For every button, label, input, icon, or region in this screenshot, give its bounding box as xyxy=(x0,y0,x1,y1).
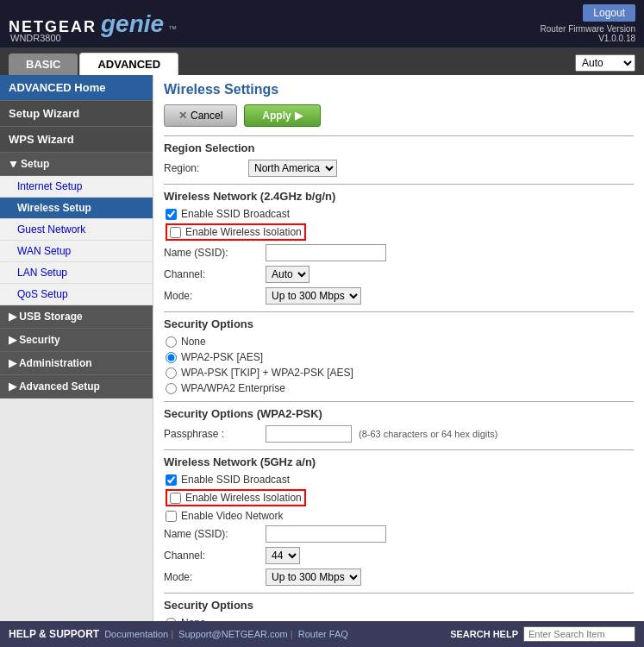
region-section-label: Region Selection xyxy=(164,141,634,154)
radio-none-24[interactable] xyxy=(166,336,177,348)
name-ssid-5g-row: Name (SSID): xyxy=(164,525,634,543)
radio-enterprise-24-row: WPA/WPA2 Enterprise xyxy=(164,382,634,394)
radio-wpa2-24-label: WPA2-PSK [AES] xyxy=(181,351,263,363)
sidebar-item-internet-setup[interactable]: Internet Setup xyxy=(0,176,153,198)
name-ssid-24-row: Name (SSID): xyxy=(164,244,634,261)
enable-wireless-isolation-5g-row: Enable Wireless Isolation xyxy=(164,489,634,506)
enable-ssid-broadcast-24-checkbox[interactable] xyxy=(166,209,177,220)
security-wpa2-section-label: Security Options (WPA2-PSK) xyxy=(164,407,634,420)
passphrase-hint: (8-63 characters or 64 hex digits) xyxy=(359,429,497,439)
help-support-label: HELP & SUPPORT xyxy=(9,628,99,640)
mode-5g-row: Mode: Up to 300 Mbps xyxy=(164,568,634,586)
passphrase-label: Passphrase : xyxy=(164,428,259,440)
search-input[interactable] xyxy=(523,626,635,642)
genie-logo: genie xyxy=(101,10,164,38)
bottom-bar: HELP & SUPPORT Documentation Support@NET… xyxy=(0,621,644,647)
mode-24-row: Mode: Up to 300 Mbps xyxy=(164,287,634,305)
channel-24-row: Channel: Auto xyxy=(164,266,634,283)
apply-button[interactable]: Apply ▶ xyxy=(244,104,320,127)
cancel-x-icon: ✕ xyxy=(178,110,187,122)
sidebar-security[interactable]: ▶ Security xyxy=(0,329,153,352)
sidebar-item-wan-setup[interactable]: WAN Setup xyxy=(0,241,153,262)
enable-ssid-broadcast-24-label: Enable SSID Broadcast xyxy=(181,208,290,220)
router-faq-link[interactable]: Router FAQ xyxy=(298,629,348,639)
security-options-5g-section-label: Security Options xyxy=(164,599,634,612)
sidebar-usb-storage[interactable]: ▶ USB Storage xyxy=(0,305,153,329)
documentation-link[interactable]: Documentation xyxy=(104,629,173,639)
support-link[interactable]: Support@NETGEAR.com xyxy=(178,629,293,639)
sidebar: ADVANCED Home Setup Wizard WPS Wizard ▼ … xyxy=(0,75,153,621)
region-select[interactable]: North America xyxy=(248,160,337,177)
nav-tabs: BASIC ADVANCED Auto xyxy=(0,47,644,75)
mode-24-label: Mode: xyxy=(164,290,259,302)
apply-arrow-icon: ▶ xyxy=(295,110,303,122)
name-ssid-24-input[interactable] xyxy=(266,244,386,261)
enable-video-network-checkbox[interactable] xyxy=(166,511,177,522)
sidebar-advanced-setup[interactable]: ▶ Advanced Setup xyxy=(0,375,153,399)
auto-dropdown[interactable]: Auto xyxy=(575,54,635,72)
enable-wireless-isolation-24-label: Enable Wireless Isolation xyxy=(185,226,302,238)
sidebar-item-setup-wizard[interactable]: Setup Wizard xyxy=(0,101,153,127)
wireless-5g-section-label: Wireless Network (5GHz a/n) xyxy=(164,455,634,468)
security-options-section-label: Security Options xyxy=(164,317,634,330)
content-area: Wireless Settings ✕ Cancel Apply ▶ Regio… xyxy=(153,75,644,621)
radio-wpa2-24[interactable] xyxy=(166,352,177,363)
channel-5g-label: Channel: xyxy=(164,550,259,562)
radio-wpa-wpa2-24[interactable] xyxy=(166,367,177,379)
channel-5g-row: Channel: 44 xyxy=(164,547,634,564)
enable-ssid-broadcast-24-row: Enable SSID Broadcast xyxy=(164,208,634,220)
region-label: Region: xyxy=(164,162,241,174)
enable-ssid-broadcast-5g-row: Enable SSID Broadcast xyxy=(164,474,634,486)
channel-24-label: Channel: xyxy=(164,268,259,280)
sidebar-item-lan-setup[interactable]: LAN Setup xyxy=(0,262,153,284)
radio-none-5g-row: None xyxy=(164,617,634,621)
passphrase-input[interactable] xyxy=(266,425,352,443)
mode-24-select[interactable]: Up to 300 Mbps xyxy=(266,287,361,305)
model-number: WNDR3800 xyxy=(10,33,61,43)
mode-5g-label: Mode: xyxy=(164,571,259,583)
wireless-24-section-label: Wireless Network (2.4GHz b/g/n) xyxy=(164,190,634,203)
radio-none-5g[interactable] xyxy=(166,618,177,622)
channel-5g-select[interactable]: 44 xyxy=(266,547,300,564)
name-ssid-5g-label: Name (SSID): xyxy=(164,528,259,540)
enable-ssid-broadcast-5g-checkbox[interactable] xyxy=(166,474,177,486)
enable-video-network-label: Enable Video Network xyxy=(181,510,284,522)
sidebar-item-advanced-home[interactable]: ADVANCED Home xyxy=(0,75,153,101)
sidebar-item-wireless-setup[interactable]: Wireless Setup xyxy=(0,198,153,219)
radio-none-24-label: None xyxy=(181,336,206,348)
button-bar: ✕ Cancel Apply ▶ xyxy=(164,104,634,127)
search-input-wrap xyxy=(523,626,635,642)
enable-video-network-row: Enable Video Network xyxy=(164,510,634,522)
enable-wireless-isolation-24-row: Enable Wireless Isolation xyxy=(164,223,634,241)
radio-wpa2-24-row: WPA2-PSK [AES] xyxy=(164,351,634,363)
name-ssid-5g-input[interactable] xyxy=(266,525,386,543)
wireless-isolation-5g-highlight: Enable Wireless Isolation xyxy=(166,489,306,506)
channel-24-select[interactable]: Auto xyxy=(266,266,309,283)
radio-enterprise-24[interactable] xyxy=(166,383,177,394)
radio-none-24-row: None xyxy=(164,336,634,348)
sidebar-item-wps-wizard[interactable]: WPS Wizard xyxy=(0,127,153,153)
logout-button[interactable]: Logout xyxy=(583,4,635,22)
radio-enterprise-24-label: WPA/WPA2 Enterprise xyxy=(181,382,285,394)
tab-basic[interactable]: BASIC xyxy=(9,53,78,75)
sidebar-administration[interactable]: ▶ Administration xyxy=(0,352,153,375)
sidebar-item-qos-setup[interactable]: QoS Setup xyxy=(0,284,153,305)
radio-none-5g-label: None xyxy=(181,617,206,621)
radio-wpa-wpa2-24-label: WPA-PSK [TKIP] + WPA2-PSK [AES] xyxy=(181,367,353,379)
header-right: Logout Router Firmware Version V1.0.0.18 xyxy=(540,4,635,43)
page-title: Wireless Settings xyxy=(164,82,634,97)
sidebar-item-guest-network[interactable]: Guest Network xyxy=(0,219,153,241)
radio-wpa-wpa2-24-row: WPA-PSK [TKIP] + WPA2-PSK [AES] xyxy=(164,367,634,379)
firmware-version: Router Firmware Version V1.0.0.18 xyxy=(540,24,635,43)
enable-ssid-broadcast-5g-label: Enable SSID Broadcast xyxy=(181,474,290,486)
cancel-button[interactable]: ✕ Cancel xyxy=(164,104,237,127)
enable-wireless-isolation-5g-label: Enable Wireless Isolation xyxy=(185,492,302,504)
search-help-label: SEARCH HELP xyxy=(450,629,518,639)
passphrase-row: Passphrase : (8-63 characters or 64 hex … xyxy=(164,425,634,443)
enable-wireless-isolation-5g-checkbox[interactable] xyxy=(170,493,181,504)
tab-advanced[interactable]: ADVANCED xyxy=(79,53,178,75)
mode-5g-select[interactable]: Up to 300 Mbps xyxy=(266,568,361,586)
enable-wireless-isolation-24-checkbox[interactable] xyxy=(170,227,181,238)
bottom-links: Documentation Support@NETGEAR.com Router… xyxy=(104,629,348,639)
sidebar-setup-section[interactable]: ▼ ▼ Setup xyxy=(0,153,153,176)
